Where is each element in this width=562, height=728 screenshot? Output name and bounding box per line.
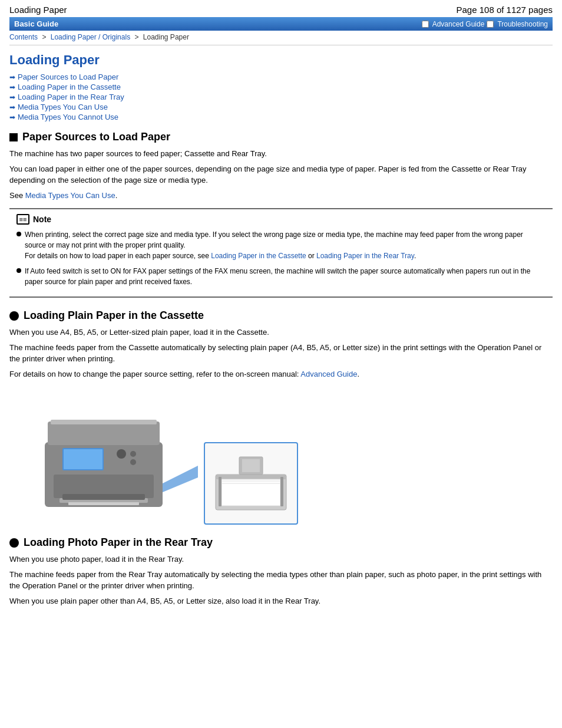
nav-bar-links: Advanced Guide Troubleshooting [422, 20, 548, 28]
paper-sources-title: Paper Sources to Load Paper [22, 131, 170, 143]
section-paper-sources: Paper Sources to Load Paper The machine … [9, 131, 553, 298]
svg-rect-21 [242, 459, 260, 472]
toc-list: ➡ Paper Sources to Load Paper ➡ Loading … [9, 73, 553, 121]
note-bullet-1 [16, 232, 21, 236]
svg-point-7 [130, 451, 136, 457]
svg-rect-10 [68, 502, 139, 505]
cassette-icon [9, 311, 19, 321]
svg-point-6 [117, 449, 126, 459]
advanced-guide-checkbox[interactable] [422, 21, 429, 28]
svg-point-8 [130, 459, 136, 465]
cassette-body3: For details on how to change the paper s… [9, 368, 553, 380]
rear-tray-body2: The machine feeds paper from the Rear Tr… [9, 569, 553, 592]
rear-tray-title: Loading Photo Paper in the Rear Tray [24, 536, 213, 549]
rear-tray-icon [9, 538, 19, 548]
page-number: Page 108 of 1127 pages [457, 5, 553, 15]
breadcrumb-current: Loading Paper [143, 33, 189, 41]
svg-marker-11 [163, 466, 198, 492]
section-cassette: Loading Plain Paper in the Cassette When… [9, 309, 553, 525]
nav-bar: Basic Guide Advanced Guide Troubleshooti… [9, 17, 553, 31]
page-title: Loading Paper [9, 52, 553, 68]
paper-sources-icon [9, 133, 18, 141]
troubleshooting-link[interactable]: Troubleshooting [497, 20, 548, 28]
rear-tray-body3: When you use plain paper other than A4, … [9, 595, 553, 607]
page-header: Loading Paper Page 108 of 1127 pages [0, 0, 562, 17]
printer-image-area [9, 389, 553, 525]
toc-item-2: ➡ Loading Paper in the Cassette [9, 83, 553, 91]
breadcrumb-contents-link[interactable]: Contents [9, 33, 38, 41]
note-box: ≡≡ Note When printing, select the correc… [9, 208, 553, 298]
loading-rear-tray-link[interactable]: Loading Paper in the Rear Tray [316, 252, 414, 260]
note-header: ≡≡ Note [16, 214, 546, 225]
rear-tray-header: Loading Photo Paper in the Rear Tray [9, 536, 553, 549]
toc-link-5[interactable]: Media Types You Cannot Use [18, 113, 118, 121]
cassette-title: Loading Plain Paper in the Cassette [24, 309, 204, 322]
toc-arrow-3: ➡ [9, 93, 15, 101]
svg-rect-18 [219, 477, 222, 506]
toc-link-3[interactable]: Loading Paper in the Rear Tray [18, 93, 124, 101]
toc-item-4: ➡ Media Types You Can Use [9, 103, 553, 111]
note-item2-text1: If Auto feed switch is set to ON for FAX… [25, 267, 530, 286]
paper-sources-header: Paper Sources to Load Paper [9, 131, 553, 143]
note-item-2: If Auto feed switch is set to ON for FAX… [16, 266, 546, 287]
breadcrumb-loading-paper-link[interactable]: Loading Paper / Originals [51, 33, 130, 41]
doc-title: Loading Paper [9, 5, 67, 15]
note-item1-text2-prefix: For details on how to load paper in each… [25, 252, 211, 260]
advanced-guide-body-link[interactable]: Advanced Guide [300, 370, 357, 378]
toc-item-5: ➡ Media Types You Cannot Use [9, 113, 553, 121]
cassette-body1: When you use A4, B5, A5, or Letter-sized… [9, 327, 553, 338]
svg-rect-12 [62, 494, 145, 500]
toc-link-4[interactable]: Media Types You Can Use [18, 103, 108, 111]
svg-rect-16 [222, 480, 280, 482]
cassette-illustration [204, 442, 298, 525]
note-item1-text1: When printing, select the correct page s… [25, 230, 523, 249]
rear-tray-body1: When you use photo paper, load it in the… [9, 554, 553, 565]
paper-sources-body2: You can load paper in either one of the … [9, 163, 553, 186]
main-content: Loading Paper ➡ Paper Sources to Load Pa… [0, 45, 562, 625]
svg-rect-2 [51, 420, 157, 424]
cassette-svg [210, 451, 292, 516]
paper-sources-body1: The machine has two paper sources to fee… [9, 148, 553, 160]
svg-rect-17 [222, 483, 280, 484]
note-title: Note [33, 215, 51, 224]
toc-item-1: ➡ Paper Sources to Load Paper [9, 73, 553, 81]
basic-guide-label: Basic Guide [14, 19, 58, 28]
note-bullet-2 [16, 268, 21, 273]
toc-arrow-4: ➡ [9, 103, 15, 111]
toc-arrow-5: ➡ [9, 113, 15, 121]
toc-arrow-1: ➡ [9, 73, 15, 81]
paper-sources-body3: See Media Types You Can Use. [9, 190, 553, 202]
toc-link-1[interactable]: Paper Sources to Load Paper [18, 73, 118, 81]
troubleshooting-checkbox[interactable] [487, 21, 494, 28]
advanced-guide-link[interactable]: Advanced Guide [432, 20, 485, 28]
svg-rect-5 [64, 449, 103, 469]
svg-rect-19 [280, 477, 283, 506]
svg-rect-1 [48, 421, 160, 445]
printer-illustration [9, 389, 198, 525]
note-icon: ≡≡ [16, 214, 29, 225]
printer-svg [9, 389, 198, 525]
breadcrumb: Contents > Loading Paper / Originals > L… [0, 31, 562, 44]
cassette-header: Loading Plain Paper in the Cassette [9, 309, 553, 322]
loading-cassette-link[interactable]: Loading Paper in the Cassette [211, 252, 306, 260]
toc-item-3: ➡ Loading Paper in the Rear Tray [9, 93, 553, 101]
note-item-1: When printing, select the correct page s… [16, 229, 546, 261]
toc-arrow-2: ➡ [9, 83, 15, 91]
cassette-body2: The machine feeds paper from the Cassett… [9, 342, 553, 365]
media-types-link[interactable]: Media Types You Can Use [25, 191, 115, 200]
section-rear-tray: Loading Photo Paper in the Rear Tray Whe… [9, 536, 553, 607]
svg-rect-14 [216, 475, 286, 479]
toc-link-2[interactable]: Loading Paper in the Cassette [18, 83, 121, 91]
